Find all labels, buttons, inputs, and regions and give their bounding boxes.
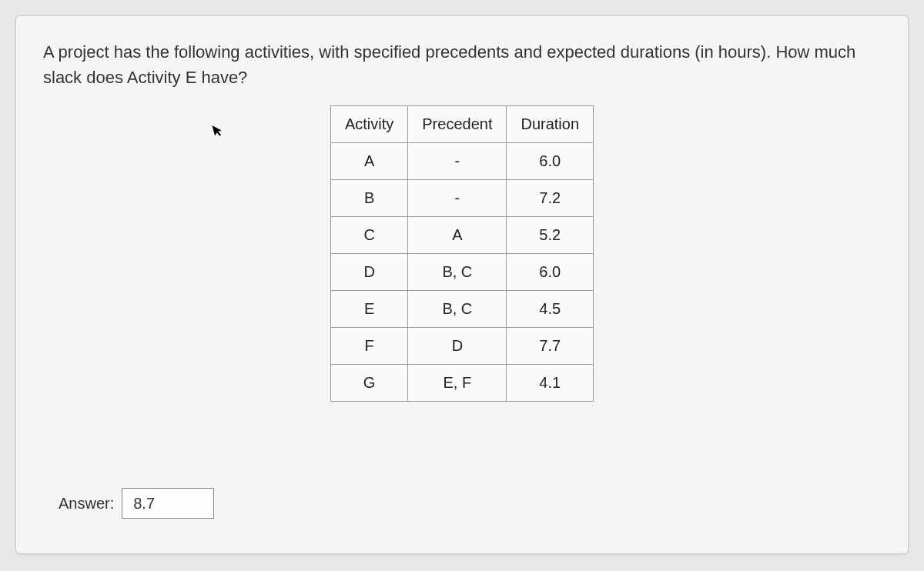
cell-precedent: E, F (408, 365, 507, 402)
answer-input[interactable]: 8.7 (122, 488, 214, 519)
table-row: D B, C 6.0 (330, 254, 593, 291)
cell-duration: 6.0 (507, 143, 594, 180)
table-row: F D 7.7 (330, 328, 593, 365)
cell-activity: D (330, 254, 407, 291)
table-header-row: Activity Precedent Duration (330, 106, 593, 143)
cell-activity: B (330, 180, 407, 217)
question-card: A project has the following activities, … (15, 15, 909, 554)
cell-precedent: B, C (408, 254, 507, 291)
activity-table-wrapper: Activity Precedent Duration A - 6.0 B - … (43, 105, 881, 402)
cell-activity: C (330, 217, 407, 254)
header-activity: Activity (330, 106, 407, 143)
answer-value: 8.7 (133, 495, 155, 513)
cell-activity: E (330, 291, 407, 328)
activity-table: Activity Precedent Duration A - 6.0 B - … (330, 105, 594, 402)
cell-duration: 7.2 (507, 180, 594, 217)
cell-precedent: A (408, 217, 507, 254)
cell-precedent: - (408, 143, 507, 180)
cell-duration: 7.7 (507, 328, 594, 365)
header-precedent: Precedent (408, 106, 507, 143)
cell-duration: 4.1 (507, 365, 594, 402)
cell-precedent: - (408, 180, 507, 217)
table-row: B - 7.2 (330, 180, 593, 217)
answer-row: Answer: 8.7 (59, 488, 214, 519)
question-text: A project has the following activities, … (43, 39, 881, 90)
cell-precedent: D (408, 328, 507, 365)
table-row: E B, C 4.5 (330, 291, 593, 328)
header-duration: Duration (507, 106, 594, 143)
cell-activity: G (330, 365, 407, 402)
cell-activity: F (330, 328, 407, 365)
cell-duration: 6.0 (507, 254, 594, 291)
table-row: G E, F 4.1 (330, 365, 593, 402)
cell-activity: A (330, 143, 407, 180)
cell-duration: 4.5 (507, 291, 594, 328)
cell-precedent: B, C (408, 291, 507, 328)
table-row: C A 5.2 (330, 217, 593, 254)
table-row: A - 6.0 (330, 143, 593, 180)
cell-duration: 5.2 (507, 217, 594, 254)
answer-label: Answer: (59, 495, 114, 513)
